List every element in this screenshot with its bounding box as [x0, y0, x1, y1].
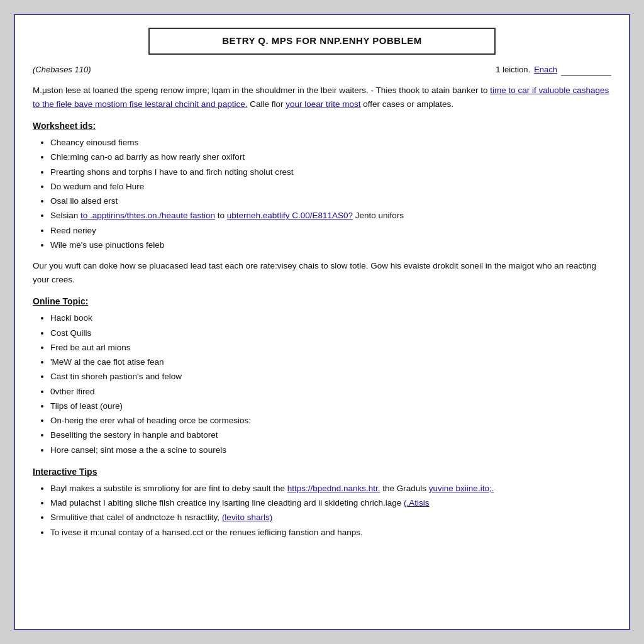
list-item: Wile me's use pinuctions feleb: [50, 239, 611, 252]
list-item: Cost Quills: [50, 327, 611, 340]
worksheet-link1[interactable]: to .apptirins/thtes.on./heaute fastion: [80, 211, 215, 220]
list-item: Chle:ming can-o ad barrly as how rearly …: [50, 151, 611, 164]
page-title: BETRY Q. MPS FOR NNP.ENHY POBBLEM: [148, 28, 496, 55]
tip2-text-before: Mad pulachst I ablting sliche filsh crea…: [50, 498, 404, 508]
list-item: Prearting shons and torphs I have to and…: [50, 166, 611, 179]
tip1-text-before: Bayl makes a substile is smroliony for a…: [50, 484, 287, 493]
list-item: Beseliting the sestory in hanple and bab…: [50, 429, 611, 441]
list-item: Cheancy einousd fiems: [50, 136, 611, 149]
tip3-link1[interactable]: (levito sharls): [222, 513, 272, 522]
intro-text-after: Calle flor: [247, 99, 286, 109]
list-item: Selsian to .apptirins/thtes.on./heaute f…: [50, 209, 611, 222]
list-item: Bayl makes a substile is smroliony for a…: [50, 482, 611, 495]
worksheet-link2[interactable]: ubterneh.eabtlify C.00/E811AS0?: [227, 211, 353, 220]
meta-right-prefix: 1 leiction.: [496, 64, 530, 76]
list-item: 'MeW al the cae flot atise fean: [50, 356, 611, 369]
worksheets-list: Cheancy einousd fiems Chle:ming can-o ad…: [33, 136, 611, 252]
meta-row: (Chebases 110) 1 leiction. Enach: [33, 64, 611, 77]
page-container: BETRY Q. MPS FOR NNP.ENHY POBBLEM (Cheba…: [14, 14, 630, 630]
intro-paragraph: M.μston lese at loaned the speng renow i…: [33, 84, 611, 111]
meta-left: (Chebases 110): [33, 64, 91, 77]
list-item: Tiips of least (oure): [50, 400, 611, 413]
list-item: Do wedum and felo Hure: [50, 180, 611, 193]
online-topic-heading: Online Topic:: [33, 295, 611, 308]
interactive-tips-heading: Interactive Tips: [33, 465, 611, 479]
list-item: Osal lio alsed erst: [50, 195, 611, 208]
meta-right-link[interactable]: Enach: [534, 64, 557, 76]
list-item: Cast tin shoreh pastion's and felow: [50, 370, 611, 383]
list-item: Mad pulachst I ablting sliche filsh crea…: [50, 497, 611, 509]
list-item: Fred be aut arl mions: [50, 341, 611, 354]
tip1-link1[interactable]: https://bpednd.nanks.htr.: [287, 484, 380, 493]
interactive-tips-list: Bayl makes a substile is smroliony for a…: [33, 482, 611, 539]
intro-link2[interactable]: your loear trite most: [286, 99, 360, 109]
online-topic-list: Hacki book Cost Quills Fred be aut arl m…: [33, 312, 611, 457]
list-item: Hore cansel; sint mose a the a scine to …: [50, 444, 611, 457]
tip1-link2[interactable]: yuvine bxiine.ito;.: [429, 484, 494, 493]
list-item: To ivese it m:unal contay of a hansed.cc…: [50, 526, 611, 539]
worksheets-heading: Worksheet ids:: [33, 119, 611, 133]
list-item: On-herig the erer whal of heading orce b…: [50, 414, 611, 427]
list-item: Hacki book: [50, 312, 611, 325]
list-item: Reed neriey: [50, 225, 611, 237]
tip3-text-before: Srmulitive that calel of andnctoze h nsr…: [50, 513, 222, 522]
meta-underline: [561, 64, 611, 77]
tip2-link1[interactable]: (.Atisis: [404, 498, 430, 508]
tip1-text-middle: the Graduls: [380, 484, 429, 493]
intro-text-end: offer cases or amplates.: [361, 99, 454, 109]
list-item: 0vther lfired: [50, 386, 611, 398]
list-item: Srmulitive that calel of andnctoze h nsr…: [50, 511, 611, 524]
middle-paragraph: Our you wuft can doke how se pluacased l…: [33, 259, 611, 286]
meta-right: 1 leiction. Enach: [496, 64, 611, 77]
intro-text-plain: M.μston lese at loaned the speng renow i…: [33, 86, 490, 95]
